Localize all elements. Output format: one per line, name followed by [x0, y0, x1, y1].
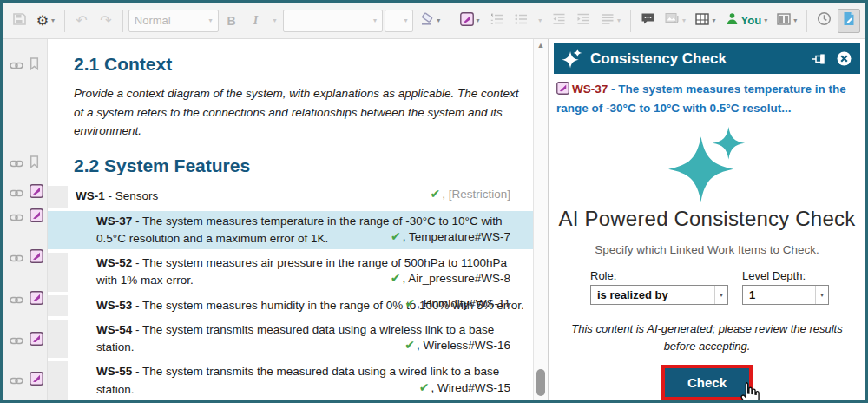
- link-icon[interactable]: [10, 333, 23, 348]
- workitem-icon[interactable]: [30, 372, 43, 389]
- scrollbar-thumb[interactable]: [536, 369, 545, 396]
- toolbar-divider: [450, 10, 450, 32]
- bullet-list-button[interactable]: [510, 9, 532, 33]
- align-button[interactable]: ▾: [596, 9, 624, 33]
- clear-format-button[interactable]: ▾: [415, 9, 444, 33]
- layout-columns-button[interactable]: ▾: [773, 9, 801, 33]
- workitem-id: WS-55: [96, 365, 132, 378]
- pin-icon[interactable]: [811, 53, 828, 65]
- paragraph-style-select[interactable]: Normal▾: [128, 10, 219, 32]
- undo-button[interactable]: ↶: [70, 9, 93, 33]
- checked-workitem-reference[interactable]: WS-37 - The system measures temperature …: [556, 81, 858, 116]
- workitem-sep: -: [132, 323, 142, 336]
- insert-workitem-button[interactable]: ▾: [456, 9, 483, 33]
- insert-image-button[interactable]: ▾: [661, 9, 689, 33]
- workitem-id: WS-54: [96, 323, 132, 336]
- list-options-dropdown[interactable]: ▾: [534, 9, 546, 33]
- workitem-row-ws55[interactable]: WS-55 - The system transmits the measure…: [48, 361, 533, 400]
- row-handle[interactable]: [48, 295, 68, 316]
- row-handle[interactable]: [48, 253, 68, 292]
- workitem-icon[interactable]: [30, 184, 43, 202]
- settings-button[interactable]: ⚙▾: [32, 9, 59, 33]
- workitem-row-ws37[interactable]: WS-37 - The system measures temperature …: [48, 211, 533, 250]
- document-editor[interactable]: 2.1 Context Provide a context diagram of…: [48, 39, 533, 400]
- check-icon: ✔: [404, 338, 415, 352]
- workitem-status: ✔, Air_pressure#WS-8: [391, 269, 510, 287]
- workitem-sep: -: [132, 256, 142, 269]
- indent-button[interactable]: [572, 9, 595, 33]
- workitem-icon[interactable]: [30, 332, 43, 349]
- font-size-select[interactable]: ▾: [385, 10, 414, 32]
- row-handle[interactable]: [48, 320, 68, 359]
- role-field: Role: is realized by ▾: [590, 269, 728, 305]
- workitem-row-ws53[interactable]: WS-53 - The system measures humidity in …: [48, 295, 533, 316]
- toolbar-divider: [630, 10, 631, 32]
- workitem-icon[interactable]: [30, 208, 43, 226]
- toolbar-divider: [806, 10, 807, 32]
- font-family-select[interactable]: ▾: [283, 10, 383, 32]
- save-button[interactable]: [8, 9, 30, 33]
- workitem-status: ✔, Wired#WS-15: [419, 379, 510, 397]
- link-icon[interactable]: [10, 155, 23, 171]
- redo-icon: ↷: [100, 14, 111, 28]
- workitem-icon: [556, 82, 569, 100]
- row-handle[interactable]: [48, 186, 68, 207]
- gutter-row: [10, 58, 39, 72]
- gutter-row: [10, 251, 43, 265]
- bold-button[interactable]: B: [220, 9, 243, 33]
- document-scrollbar[interactable]: ▲: [533, 39, 548, 400]
- workitem-id: WS-52: [96, 256, 132, 269]
- row-handle[interactable]: [48, 361, 68, 400]
- section-heading-context: 2.1 Context: [74, 53, 533, 76]
- text-style-dropdown[interactable]: ▾: [269, 9, 281, 33]
- editor-toolbar: ⚙▾ ↶ ↷ Normal▾ B I ▾ ▾ ▾ ▾ ▾ ▾ ▾ ▾ ▾ You…: [3, 3, 865, 39]
- workitem-row-ws52[interactable]: WS-52 - The system measures air pressure…: [48, 253, 533, 292]
- italic-icon: I: [253, 14, 258, 28]
- redo-button[interactable]: ↷: [95, 9, 117, 33]
- link-icon[interactable]: [10, 292, 23, 307]
- numbered-list-button[interactable]: [485, 9, 508, 33]
- chevron-down-icon: ▾: [764, 17, 767, 24]
- document-gutter: [3, 39, 48, 400]
- workitem-row-ws54[interactable]: WS-54 - The system transmits measured da…: [48, 320, 533, 359]
- workitem-row-ws1[interactable]: WS-1 - Sensors ✔, [Restriction]: [48, 186, 533, 207]
- workitem-sep: -: [132, 299, 142, 312]
- ai-sparkle-logo: [554, 127, 860, 205]
- document-edit-mode-button[interactable]: [838, 9, 860, 33]
- comment-button[interactable]: [636, 9, 660, 33]
- table-icon: [695, 13, 709, 29]
- bookmark-icon[interactable]: [30, 155, 39, 172]
- status-text: , Temperature#WS-7: [403, 230, 510, 243]
- link-icon[interactable]: [10, 250, 23, 266]
- chevron-down-icon: ▾: [617, 17, 621, 24]
- insert-table-button[interactable]: ▾: [692, 9, 720, 33]
- bookmark-icon[interactable]: [30, 57, 39, 74]
- italic-button[interactable]: I: [245, 9, 267, 33]
- section-heading-features: 2.2 System Features: [74, 155, 533, 177]
- level-depth-field: Level Depth: 1 ▾: [742, 269, 829, 305]
- toolbar-divider: [64, 10, 65, 32]
- app-window: ⚙▾ ↶ ↷ Normal▾ B I ▾ ▾ ▾ ▾ ▾ ▾ ▾ ▾ ▾ You…: [0, 0, 868, 403]
- panel-subtitle: Specify which Linked Work Items to Check…: [554, 243, 860, 256]
- outdent-button[interactable]: [548, 9, 570, 33]
- check-icon: ✔: [430, 187, 440, 201]
- workitem-icon[interactable]: [30, 291, 43, 308]
- link-icon[interactable]: [10, 185, 23, 201]
- annotation-highlight: Check: [661, 365, 753, 400]
- check-icon: ✔: [419, 380, 430, 394]
- link-icon[interactable]: [10, 57, 23, 73]
- link-icon[interactable]: [10, 209, 23, 225]
- row-handle[interactable]: [48, 211, 68, 250]
- bullet-list-icon: [514, 12, 528, 30]
- close-icon[interactable]: [836, 50, 852, 67]
- role-select[interactable]: is realized by ▾: [590, 285, 728, 305]
- workitem-icon[interactable]: [30, 249, 43, 267]
- link-icon[interactable]: [10, 373, 23, 388]
- level-depth-select[interactable]: 1 ▾: [742, 285, 829, 305]
- workitem-id: WS-53: [96, 299, 132, 312]
- history-button[interactable]: [812, 9, 836, 33]
- scroll-up-arrow[interactable]: ▲: [534, 41, 548, 50]
- user-filter-button[interactable]: You▾: [721, 9, 771, 33]
- clock-icon: [817, 11, 832, 30]
- check-icon: ✔: [404, 296, 415, 310]
